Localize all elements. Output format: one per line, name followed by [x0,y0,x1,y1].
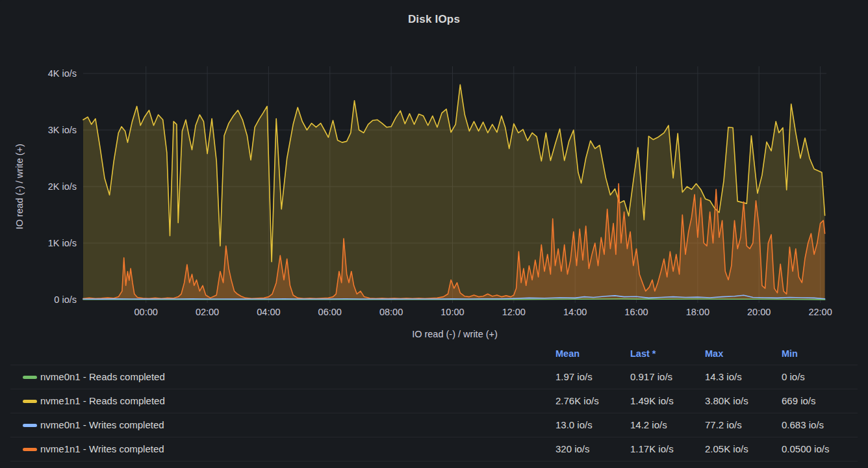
legend-value-min: 0.683 io/s [782,419,824,430]
x-tick-label: 22:00 [795,307,847,317]
disk-iops-panel: Disk IOps IO read (-) / write (+) 0 io/s… [0,0,868,468]
legend-row: nvme1n1 - Writes completed320 io/s1.17K … [10,437,858,462]
x-tick-label: 14:00 [549,307,601,317]
legend-value-last: 1.17K io/s [630,443,674,454]
series-color-swatch[interactable] [23,424,37,427]
legend-value-last: 14.2 io/s [630,419,667,430]
timeseries-plot[interactable] [0,0,868,343]
legend-value-mean: 2.76K io/s [555,395,599,406]
legend-column-min[interactable]: Min [782,348,798,359]
x-tick-label: 04:00 [242,307,294,317]
series-color-swatch[interactable] [23,448,37,451]
x-tick-label: 06:00 [304,307,356,317]
legend-value-last: 1.49K io/s [630,395,674,406]
series-name-label[interactable]: nvme0n1 - Reads completed [40,371,165,382]
series-name-label[interactable]: nvme1n1 - Reads completed [40,395,165,406]
y-tick-label: 0 io/s [5,294,77,305]
y-tick-label: 1K io/s [5,238,77,248]
y-tick-label: 4K io/s [5,68,77,79]
legend-value-min: 0.0500 io/s [782,443,829,454]
x-tick-label: 08:00 [365,307,417,317]
series-color-swatch[interactable] [23,376,37,379]
legend-column-last[interactable]: Last * [630,348,656,359]
x-axis-title: IO read (-) / write (+) [83,329,826,339]
x-tick-label: 18:00 [672,307,724,317]
x-tick-label: 12:00 [488,307,540,317]
legend-value-mean: 13.0 io/s [555,419,593,430]
legend-value-max: 14.3 io/s [705,371,742,382]
series-name-label[interactable]: nvme1n1 - Writes completed [40,443,164,454]
legend-column-mean[interactable]: Mean [555,348,580,359]
legend-value-max: 3.80K io/s [705,395,748,406]
x-tick-label: 20:00 [733,307,785,317]
series-color-swatch[interactable] [23,400,37,403]
legend-value-mean: 320 io/s [555,443,590,454]
legend-value-max: 77.2 io/s [705,419,742,430]
legend-value-last: 0.917 io/s [630,371,672,382]
x-tick-label: 00:00 [120,307,172,317]
x-tick-label: 02:00 [181,307,233,317]
series-name-label[interactable]: nvme0n1 - Writes completed [40,419,164,430]
legend-row: nvme1n1 - Reads completed2.76K io/s1.49K… [10,389,858,413]
legend-row: nvme0n1 - Reads completed1.97 io/s0.917 … [10,365,858,389]
x-tick-label: 10:00 [426,307,478,317]
legend-header-row: MeanLast *MaxMin [10,343,858,365]
legend-row: nvme0n1 - Writes completed13.0 io/s14.2 … [10,413,858,437]
legend-value-mean: 1.97 io/s [555,371,593,382]
y-tick-label: 3K io/s [5,125,77,135]
legend-column-max[interactable]: Max [705,348,723,359]
legend-value-min: 0 io/s [782,371,805,382]
legend-value-min: 669 io/s [782,395,816,406]
x-tick-label: 16:00 [611,307,663,317]
legend-table: MeanLast *MaxMin nvme0n1 - Reads complet… [10,343,858,462]
y-tick-label: 2K io/s [5,181,77,192]
legend-value-max: 2.05K io/s [705,443,748,454]
